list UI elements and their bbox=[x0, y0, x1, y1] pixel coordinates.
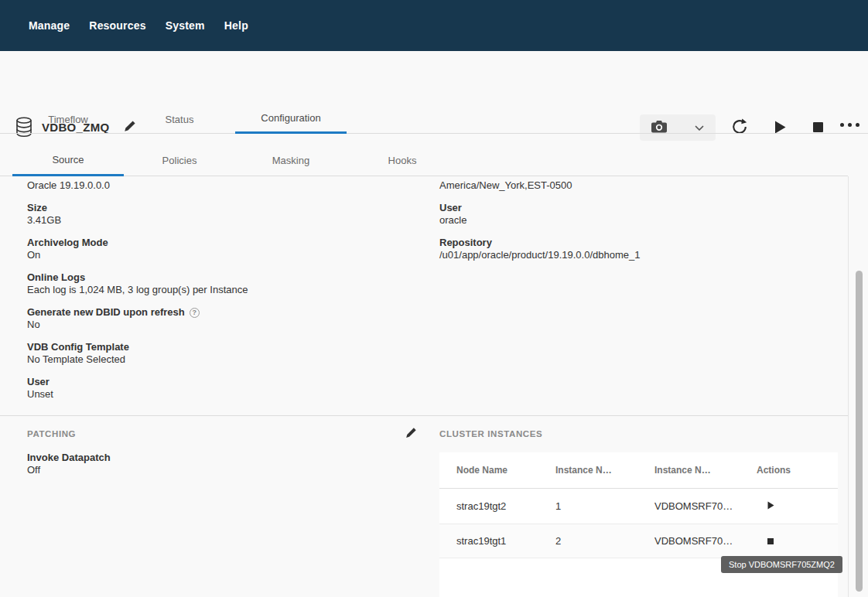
pencil-icon bbox=[405, 429, 417, 441]
field-value: 3.41GB bbox=[27, 214, 414, 227]
field-value: Oracle 19.19.0.0.0 bbox=[27, 179, 414, 192]
field-label: User bbox=[27, 376, 414, 388]
field-vdb-config-template: VDB Config Template No Template Selected bbox=[27, 341, 414, 366]
field-database-version: Oracle 19.19.0.0.0 bbox=[27, 179, 414, 192]
table-row: strac19tgt1 2 VDBOMSRF70… bbox=[439, 524, 838, 558]
page-header: VDBO_ZMQ bbox=[0, 51, 868, 102]
subtab-source[interactable]: Source bbox=[12, 134, 124, 176]
field-value: Unset bbox=[27, 388, 414, 401]
instance-start-button[interactable] bbox=[766, 499, 776, 513]
subtab-masking[interactable]: Masking bbox=[235, 134, 347, 176]
field-env-user: User oracle bbox=[439, 202, 834, 227]
stop-icon bbox=[767, 535, 774, 547]
column-actions: Actions bbox=[757, 465, 838, 476]
field-label: Invoke Datapatch bbox=[27, 452, 111, 464]
field-value: Off bbox=[27, 464, 111, 476]
stop-instance-tooltip: Stop VDBOMSRF705ZMQ2 bbox=[721, 556, 842, 573]
tab-timeflow[interactable]: Timeflow bbox=[12, 102, 124, 134]
nav-item-system[interactable]: System bbox=[166, 19, 205, 32]
nav-item-help[interactable]: Help bbox=[224, 19, 248, 32]
nav-item-resources[interactable]: Resources bbox=[89, 19, 145, 32]
top-nav: Manage Resources System Help bbox=[0, 0, 868, 51]
tab-status[interactable]: Status bbox=[124, 102, 235, 134]
play-icon bbox=[767, 500, 774, 512]
field-invoke-datapatch: Invoke Datapatch Off bbox=[27, 452, 111, 476]
tab-configuration[interactable]: Configuration bbox=[235, 102, 347, 134]
field-label: Size bbox=[27, 202, 414, 214]
app-window: Manage Resources System Help VDBO_ZMQ bbox=[0, 0, 868, 597]
nav-item-manage[interactable]: Manage bbox=[29, 19, 70, 32]
patching-heading: PATCHING bbox=[27, 429, 76, 438]
main-tabs: Timeflow Status Configuration bbox=[0, 102, 868, 134]
section-divider bbox=[0, 415, 848, 416]
cluster-instances-table: Node Name Instance N… Instance N… Action… bbox=[439, 452, 838, 597]
column-node-name: Node Name bbox=[456, 465, 555, 476]
field-value: On bbox=[27, 249, 414, 261]
field-timezone: America/New_York,EST-0500 bbox=[439, 179, 834, 192]
cell-instance-number: 1 bbox=[555, 500, 654, 512]
column-instance-number: Instance N… bbox=[555, 465, 654, 476]
cell-node-name: strac19tgt2 bbox=[456, 500, 555, 512]
cell-node-name: strac19tgt1 bbox=[456, 535, 555, 547]
vertical-scrollbar-thumb[interactable] bbox=[856, 271, 863, 592]
table-header-row: Node Name Instance N… Instance N… Action… bbox=[439, 452, 838, 489]
subtab-policies[interactable]: Policies bbox=[124, 134, 235, 176]
field-label: Archivelog Mode bbox=[27, 237, 414, 249]
field-label: VDB Config Template bbox=[27, 341, 414, 353]
field-value: /u01/app/oracle/product/19.19.0.0/dbhome… bbox=[439, 249, 834, 261]
help-icon[interactable]: ? bbox=[190, 308, 200, 318]
table-row: strac19tgt2 1 VDBOMSRF70… bbox=[439, 489, 838, 524]
scroll-gutter-border bbox=[848, 176, 849, 597]
config-subtabs: Source Policies Masking Hooks bbox=[0, 134, 848, 176]
cell-instance-name: VDBOMSRF70… bbox=[654, 500, 757, 512]
field-generate-dbid: Generate new DBID upon refresh? No bbox=[27, 306, 414, 331]
cluster-instances-heading: CLUSTER INSTANCES bbox=[439, 429, 542, 438]
field-size: Size 3.41GB bbox=[27, 202, 414, 227]
field-label: User bbox=[439, 202, 834, 214]
column-instance-name: Instance N… bbox=[654, 465, 757, 476]
field-value: oracle bbox=[439, 214, 834, 227]
patching-edit-button[interactable] bbox=[405, 427, 417, 441]
field-label: Repository bbox=[439, 237, 834, 249]
field-value: Each log is 1,024 MB, 3 log group(s) per… bbox=[27, 284, 414, 296]
cell-instance-number: 2 bbox=[555, 535, 654, 547]
field-label: Online Logs bbox=[27, 271, 414, 284]
field-value: No Template Selected bbox=[27, 353, 414, 366]
field-user: User Unset bbox=[27, 376, 414, 401]
field-value: No bbox=[27, 319, 414, 331]
field-value: America/New_York,EST-0500 bbox=[439, 179, 834, 192]
cell-instance-name: VDBOMSRF70… bbox=[654, 535, 757, 547]
field-label: Generate new DBID upon refresh bbox=[27, 306, 185, 318]
field-repository: Repository /u01/app/oracle/product/19.19… bbox=[439, 237, 834, 261]
patching-fields: Invoke Datapatch Off bbox=[27, 452, 111, 486]
source-details-right: America/New_York,EST-0500 User oracle Re… bbox=[439, 179, 834, 271]
instance-stop-button[interactable] bbox=[766, 534, 775, 548]
field-online-logs: Online Logs Each log is 1,024 MB, 3 log … bbox=[27, 271, 414, 296]
subtab-hooks[interactable]: Hooks bbox=[347, 134, 458, 176]
source-details-left: Oracle 19.19.0.0.0 Size 3.41GB Archivelo… bbox=[27, 179, 414, 411]
field-archivelog-mode: Archivelog Mode On bbox=[27, 237, 414, 261]
